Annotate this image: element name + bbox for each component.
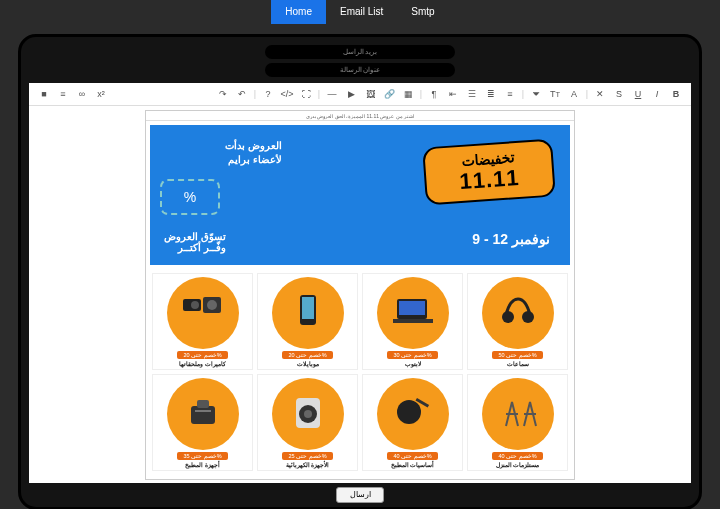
- code-icon[interactable]: </>: [278, 86, 296, 102]
- category-card[interactable]: خصم حتى 30%لابتوب: [362, 273, 463, 370]
- nav-smtp[interactable]: Smtp: [397, 0, 448, 24]
- category-card[interactable]: خصم حتى 50%سماعات: [467, 273, 568, 370]
- ordered-list-icon[interactable]: ≣: [482, 86, 500, 102]
- separator-icon: |: [520, 86, 526, 102]
- discount-badge: خصم حتى 40%: [492, 452, 542, 460]
- top-nav: Home Email List Smtp: [0, 0, 720, 24]
- redo-icon[interactable]: ↷: [214, 86, 232, 102]
- hr-icon[interactable]: —: [323, 86, 341, 102]
- symbol-icon[interactable]: ∞: [73, 86, 91, 102]
- category-label: سماعات: [507, 360, 529, 367]
- prime-line-2: لأعضاء برايم: [162, 153, 282, 167]
- category-label: أساسيات المطبخ: [391, 461, 435, 468]
- nav-home[interactable]: Home: [271, 0, 326, 24]
- category-card[interactable]: خصم حتى 40%أساسيات المطبخ: [362, 374, 463, 471]
- link-icon[interactable]: 🔗: [380, 86, 398, 102]
- category-label: لابتوب: [405, 360, 421, 367]
- bold-icon[interactable]: B: [667, 86, 685, 102]
- category-grid: خصم حتى 20%كاميرات وملحقاتهاخصم حتى 20%م…: [146, 269, 574, 479]
- video-icon[interactable]: ▶: [342, 86, 360, 102]
- svg-point-9: [502, 311, 514, 323]
- undo-icon[interactable]: ↶: [233, 86, 251, 102]
- nav-email-list[interactable]: Email List: [326, 0, 397, 24]
- prime-line-1: العروض بدأت: [162, 139, 282, 153]
- app-stage: بريد الراسل عنوان الرسالة B I U S ✕ | A …: [18, 34, 702, 509]
- svg-point-16: [304, 410, 312, 418]
- recipient-input[interactable]: بريد الراسل: [265, 45, 455, 59]
- svg-point-10: [522, 311, 534, 323]
- svg-rect-13: [195, 410, 211, 412]
- category-image: [377, 277, 449, 349]
- svg-rect-7: [399, 301, 425, 315]
- strike-icon[interactable]: S: [610, 86, 628, 102]
- discount-badge: خصم حتى 20%: [282, 351, 332, 359]
- svg-point-1: [191, 301, 199, 309]
- category-label: مستلزمات المنزل: [496, 461, 540, 468]
- prime-cta: تسوّق العروض وفّــر أكتــر: [164, 231, 226, 253]
- cta-line-2: وفّــر أكتــر: [164, 242, 226, 253]
- font-family-icon[interactable]: ⏷: [527, 86, 545, 102]
- rich-text-editor: B I U S ✕ | A TT ⏷ | ≡ ≣ ☰ ⇤ ¶ | ▦ 🔗 🖼 ▶…: [29, 83, 691, 483]
- discount-badge: خصم حتى 40%: [387, 452, 437, 460]
- svg-rect-8: [393, 319, 433, 323]
- prime-block: العروض بدأت لأعضاء برايم: [162, 139, 282, 167]
- svg-point-17: [397, 400, 421, 424]
- indent-icon[interactable]: ⇤: [444, 86, 462, 102]
- category-card[interactable]: خصم حتى 25%الأجهزة الكهربائية: [257, 374, 358, 471]
- svg-rect-5: [302, 297, 314, 319]
- underline-icon[interactable]: U: [629, 86, 647, 102]
- eraser-icon[interactable]: ✕: [591, 86, 609, 102]
- category-image: [482, 277, 554, 349]
- font-size-icon[interactable]: TT: [546, 86, 564, 102]
- subject-input[interactable]: عنوان الرسالة: [265, 63, 455, 77]
- promo-badge: تخفيضات 11.11: [422, 139, 556, 206]
- svg-rect-11: [191, 406, 215, 424]
- discount-badge: خصم حتى 25%: [282, 452, 332, 460]
- source-icon[interactable]: ≡: [54, 86, 72, 102]
- discount-badge: خصم حتى 20%: [177, 351, 227, 359]
- category-label: موبايلات: [297, 360, 319, 367]
- promo-banner: العروض بدأت لأعضاء برايم % تسوّق العروض …: [150, 125, 570, 265]
- align-icon[interactable]: ☰: [463, 86, 481, 102]
- unordered-list-icon[interactable]: ≡: [501, 86, 519, 102]
- table-icon[interactable]: ▦: [399, 86, 417, 102]
- category-card[interactable]: خصم حتى 20%موبايلات: [257, 273, 358, 370]
- category-card[interactable]: خصم حتى 20%كاميرات وملحقاتها: [152, 273, 253, 370]
- promo-line-2: 11.11: [459, 165, 521, 195]
- category-card[interactable]: خصم حتى 40%مستلزمات المنزل: [467, 374, 568, 471]
- promo-dates: 9 - 12 نوفمبر: [472, 231, 550, 247]
- discount-badge: خصم حتى 50%: [492, 351, 542, 359]
- editor-content[interactable]: اشتر من عروض 11.11 المميزة، الحق العروض …: [29, 106, 691, 483]
- cta-line-1: تسوّق العروض: [164, 231, 226, 242]
- camera-icon[interactable]: ■: [35, 86, 53, 102]
- svg-rect-12: [197, 400, 209, 408]
- svg-point-3: [207, 300, 217, 310]
- help-icon[interactable]: ?: [259, 86, 277, 102]
- separator-icon: |: [316, 86, 322, 102]
- separator-icon: |: [252, 86, 258, 102]
- font-color-icon[interactable]: A: [565, 86, 583, 102]
- separator-icon: |: [584, 86, 590, 102]
- email-page: اشتر من عروض 11.11 المميزة، الحق العروض …: [145, 110, 575, 480]
- category-label: أجهزة المطبخ: [185, 461, 220, 468]
- fullscreen-icon[interactable]: ⛶: [297, 86, 315, 102]
- send-button[interactable]: ارسال: [336, 487, 384, 503]
- math-icon[interactable]: x²: [92, 86, 110, 102]
- editor-toolbar: B I U S ✕ | A TT ⏷ | ≡ ≣ ☰ ⇤ ¶ | ▦ 🔗 🖼 ▶…: [29, 83, 691, 106]
- category-card[interactable]: خصم حتى 35%أجهزة المطبخ: [152, 374, 253, 471]
- category-label: كاميرات وملحقاتها: [179, 360, 226, 367]
- image-icon[interactable]: 🖼: [361, 86, 379, 102]
- separator-icon: |: [418, 86, 424, 102]
- category-image: [482, 378, 554, 450]
- category-image: [272, 277, 344, 349]
- discount-badge: خصم حتى 35%: [177, 452, 227, 460]
- percent-icon: %: [160, 179, 220, 215]
- category-image: [272, 378, 344, 450]
- page-title: اشتر من عروض 11.11 المميزة، الحق العروض …: [146, 111, 574, 121]
- paragraph-icon[interactable]: ¶: [425, 86, 443, 102]
- category-image: [167, 378, 239, 450]
- category-label: الأجهزة الكهربائية: [286, 461, 330, 468]
- category-image: [167, 277, 239, 349]
- category-image: [377, 378, 449, 450]
- italic-icon[interactable]: I: [648, 86, 666, 102]
